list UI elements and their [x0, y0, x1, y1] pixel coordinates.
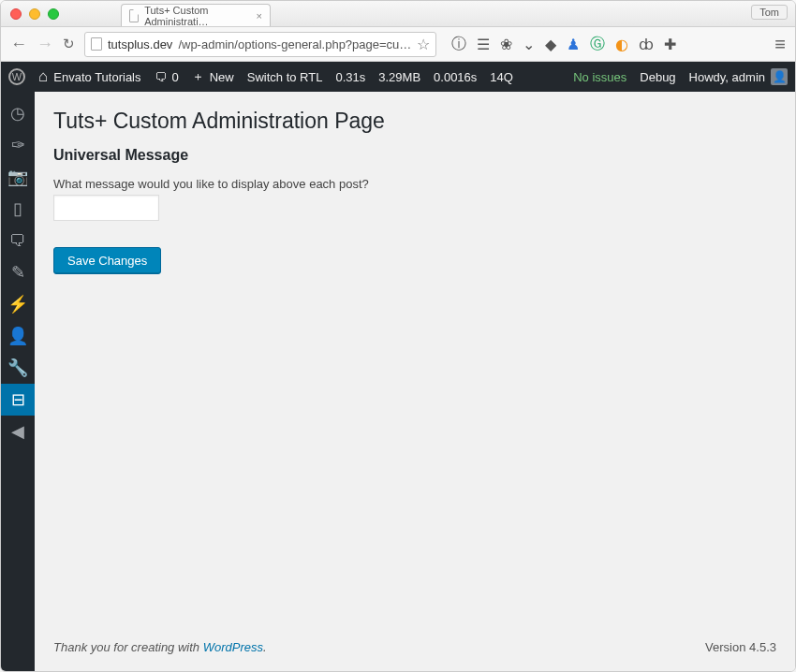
site-link[interactable]: Envato Tutorials: [38, 67, 141, 86]
close-window-button[interactable]: [10, 8, 22, 20]
dashboard-menu-icon[interactable]: ◷: [1, 97, 35, 129]
plus-icon: ＋: [192, 68, 204, 85]
wp-admin-bar: W Envato Tutorials 🗨 0 ＋ New Switch to R…: [1, 62, 795, 92]
new-content-link[interactable]: ＋ New: [192, 68, 234, 85]
admin-footer: Thank you for creating with WordPress. V…: [53, 640, 776, 654]
dbtime: 0.0016s: [434, 70, 477, 84]
admin-sidebar: ◷ ✑ 📷 ▯ 🗨 ✎ ⚡ 👤 🔧 ⊟ ◀: [1, 92, 35, 671]
wp-body: ◷ ✑ 📷 ▯ 🗨 ✎ ⚡ 👤 🔧 ⊟ ◀ Tuts+ Custom Admin…: [1, 92, 795, 671]
extension-icon[interactable]: ✚: [664, 36, 676, 53]
account-menu[interactable]: Howdy, admin 👤: [689, 68, 788, 85]
menu-icon[interactable]: ≡: [774, 34, 786, 55]
field-description: What message would you like to display a…: [53, 177, 776, 191]
plugins-menu-icon[interactable]: ⚡: [1, 288, 35, 320]
url-bar[interactable]: tutsplus.dev /wp-admin/options-general.p…: [84, 32, 436, 57]
evernote-icon[interactable]: ❀: [500, 36, 512, 53]
debug-link[interactable]: Debug: [640, 70, 675, 84]
page-icon: [91, 37, 102, 51]
extension-icon[interactable]: ♟: [567, 36, 580, 53]
bookmark-icon[interactable]: ☆: [417, 36, 430, 53]
pocket-icon[interactable]: ⌄: [523, 36, 535, 53]
memory: 3.29MB: [378, 70, 420, 84]
window-controls: [10, 8, 59, 20]
wordpress-logo-icon[interactable]: W: [8, 68, 25, 85]
howdy-label: Howdy, admin: [689, 70, 765, 84]
users-menu-icon[interactable]: 👤: [1, 320, 35, 352]
message-input[interactable]: [53, 195, 159, 221]
browser-tab[interactable]: Tuts+ Custom Administrati… ×: [121, 4, 271, 26]
settings-menu-icon[interactable]: ⊟: [1, 384, 35, 416]
collapse-menu-icon[interactable]: ◀: [1, 416, 35, 447]
reload-button[interactable]: ↻: [63, 36, 75, 52]
media-menu-icon[interactable]: 📷: [1, 161, 35, 193]
comment-count: 0: [172, 70, 179, 84]
profile-button[interactable]: Tom: [751, 5, 788, 20]
back-button[interactable]: ←: [10, 35, 27, 54]
footer-thanks: Thank you for creating with WordPress.: [53, 640, 267, 654]
extension-icon[interactable]: ȸ: [639, 36, 654, 53]
forward-button[interactable]: →: [37, 35, 53, 54]
site-name: Envato Tutorials: [53, 70, 140, 84]
comments-link[interactable]: 🗨 0: [155, 70, 179, 84]
avatar-icon: 👤: [771, 68, 788, 85]
url-host: tutsplus.dev: [108, 37, 172, 51]
close-tab-icon[interactable]: ×: [257, 10, 262, 22]
comments-menu-icon[interactable]: 🗨: [1, 225, 35, 256]
page-icon: [129, 9, 139, 22]
browser-toolbar: ← → ↻ tutsplus.dev /wp-admin/options-gen…: [1, 27, 795, 62]
version-label: Version 4.5.3: [705, 640, 776, 654]
url-path: /wp-admin/options-general.php?page=cu…: [178, 37, 411, 51]
extension-icon[interactable]: ⓘ: [451, 35, 466, 54]
tools-menu-icon[interactable]: 🔧: [1, 352, 35, 384]
maximize-window-button[interactable]: [48, 8, 59, 20]
home-icon: [38, 67, 48, 86]
tabstrip: Tuts+ Custom Administrati… ×: [121, 1, 271, 26]
section-heading: Universal Message: [53, 147, 776, 164]
timing: 0.31s: [335, 70, 365, 84]
extension-icon[interactable]: ◐: [615, 36, 628, 53]
footer-thanks-prefix: Thank you for creating with: [53, 640, 203, 654]
grammarly-icon[interactable]: Ⓖ: [590, 35, 605, 54]
posts-menu-icon[interactable]: ✑: [1, 129, 35, 161]
page-content: Tuts+ Custom Administration Page Univers…: [35, 92, 795, 671]
footer-thanks-suffix: .: [263, 640, 267, 654]
comment-icon: 🗨: [155, 70, 167, 84]
rtl-toggle[interactable]: Switch to RTL: [247, 70, 323, 84]
titlebar: Tuts+ Custom Administrati… × Tom: [1, 1, 795, 27]
extensions: ⓘ ☰ ❀ ⌄ ◆ ♟ Ⓖ ◐ ȸ ✚: [451, 35, 676, 54]
pages-menu-icon[interactable]: ▯: [1, 193, 35, 225]
minimize-window-button[interactable]: [29, 8, 40, 20]
appearance-menu-icon[interactable]: ✎: [1, 256, 35, 288]
extension-icon[interactable]: ◆: [545, 36, 556, 53]
save-button[interactable]: Save Changes: [53, 247, 161, 274]
queries: 14Q: [490, 70, 513, 84]
tab-title: Tuts+ Custom Administrati…: [144, 5, 250, 27]
wordpress-link[interactable]: WordPress: [203, 640, 263, 654]
browser-window: Tuts+ Custom Administrati… × Tom ← → ↻ t…: [0, 0, 796, 672]
extension-icon[interactable]: ☰: [477, 36, 490, 53]
noissues-label[interactable]: No issues: [573, 70, 626, 84]
page-title: Tuts+ Custom Administration Page: [53, 109, 776, 134]
new-label: New: [210, 70, 234, 84]
